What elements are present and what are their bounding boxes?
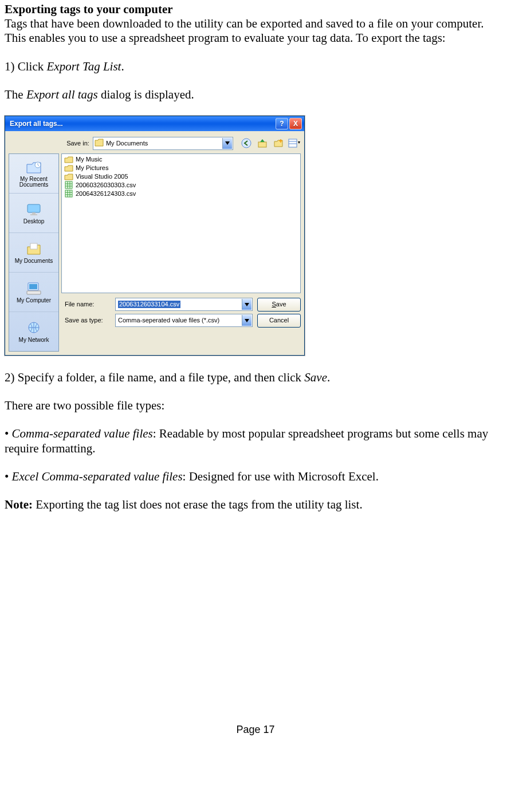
- list-item[interactable]: Visual Studio 2005: [63, 172, 299, 181]
- views-icon[interactable]: [288, 137, 301, 149]
- step-1: 1) Click Export Tag List.: [5, 60, 506, 74]
- cancel-button[interactable]: Cancel: [257, 314, 301, 328]
- save-button[interactable]: Save: [257, 298, 301, 312]
- up-one-level-icon[interactable]: [256, 137, 269, 149]
- list-item[interactable]: 20064326124303.csv: [63, 190, 299, 198]
- network-icon: [25, 320, 43, 336]
- filename-row: File name: 20063126033104.csv Save: [61, 298, 301, 312]
- cancel-button-label: Cancel: [269, 317, 289, 324]
- step-2-em: Save: [304, 370, 327, 384]
- step-2-pre: 2) Specify a folder, a file name, and a …: [5, 370, 304, 384]
- page-num: 17: [264, 724, 275, 735]
- list-item[interactable]: My Music: [63, 155, 299, 164]
- step-1-post: .: [121, 60, 124, 73]
- filetype-label: Save as type:: [61, 317, 111, 324]
- save-button-underline: S: [272, 301, 276, 308]
- step-1-line2-post: dialog is displayed.: [98, 88, 194, 101]
- note-rest: Exporting the tag list does not erase th…: [33, 498, 363, 511]
- file-list[interactable]: My Music My Pictures Visua: [61, 153, 301, 293]
- chevron-down-icon: [222, 138, 232, 149]
- new-folder-icon[interactable]: [272, 137, 285, 149]
- save-button-rest: ave: [276, 301, 286, 308]
- svg-rect-7: [32, 212, 36, 214]
- type-b: • Excel Comma-separated value files: Des…: [5, 470, 506, 484]
- mydocs-icon: [25, 241, 43, 257]
- type-b-desc: : Designed for use with Microsoft Excel.: [183, 470, 379, 483]
- list-item[interactable]: 20060326030303.csv: [63, 181, 299, 190]
- type-a-em: Comma-separated value files: [12, 427, 153, 440]
- step-1-em: Export Tag List: [47, 60, 121, 73]
- section-heading: Exporting tags to your computer: [5, 2, 506, 17]
- place-mynetwork[interactable]: My Network: [9, 312, 58, 351]
- file-name: My Music: [76, 156, 102, 163]
- bottom-rows: File name: 20063126033104.csv Save: [61, 295, 301, 328]
- csv-file-icon: [64, 190, 73, 198]
- step-1-line2-pre: The: [5, 88, 26, 101]
- page-label: Page: [236, 724, 263, 735]
- note-bold: Note:: [5, 498, 33, 511]
- folder-icon: [95, 139, 104, 148]
- place-desktop[interactable]: Desktop: [9, 194, 58, 233]
- filename-label: File name:: [61, 301, 111, 308]
- save-in-value: My Documents: [106, 140, 148, 147]
- svg-rect-8: [30, 214, 37, 215]
- filetype-select[interactable]: Comma-seperated value files (*.csv): [115, 314, 253, 327]
- place-mycomputer-label: My Computer: [17, 298, 51, 303]
- folder-icon: [64, 172, 73, 180]
- list-item[interactable]: My Pictures: [63, 164, 299, 172]
- back-icon[interactable]: [240, 137, 253, 149]
- dialog-title: Export all tags...: [7, 120, 274, 127]
- chevron-down-icon: [242, 315, 251, 326]
- help-icon: ?: [280, 120, 284, 127]
- svg-rect-9: [30, 243, 37, 249]
- help-button[interactable]: ?: [276, 118, 288, 129]
- filename-input[interactable]: 20063126033104.csv: [115, 298, 253, 311]
- toolbar-icons: [240, 137, 301, 149]
- note-line: Note: Exporting the tag list does not er…: [5, 498, 506, 512]
- export-dialog: Export all tags... ? X Save in: My Docum…: [5, 116, 305, 356]
- svg-rect-12: [27, 291, 41, 294]
- svg-rect-11: [29, 284, 37, 289]
- svg-rect-2: [289, 139, 297, 147]
- titlebar: Export all tags... ? X: [5, 116, 304, 131]
- svg-rect-1: [258, 142, 266, 147]
- place-mydocs[interactable]: My Documents: [9, 233, 58, 273]
- computer-icon: [25, 281, 43, 297]
- places-bar: My Recent Documents Desktop My Documents: [9, 153, 59, 352]
- filetype-value: Comma-seperated value files (*.csv): [118, 317, 219, 324]
- intro-paragraph: Tags that have been downloaded to the ut…: [5, 17, 506, 45]
- document-page: Exporting tags to your computer Tags tha…: [0, 0, 511, 754]
- type-a: • Comma-separated value files: Readable …: [5, 427, 506, 455]
- place-mydocs-label: My Documents: [15, 258, 53, 264]
- file-name: Visual Studio 2005: [76, 174, 128, 180]
- save-in-combo[interactable]: My Documents: [93, 137, 233, 150]
- step-2-post: .: [327, 370, 330, 384]
- svg-rect-14: [65, 182, 72, 188]
- file-name: 20064326124303.csv: [76, 191, 136, 197]
- place-recent[interactable]: My Recent Documents: [9, 154, 58, 194]
- folder-icon: [64, 155, 73, 163]
- step-1-line2: The Export all tags dialog is displayed.: [5, 88, 506, 102]
- folder-icon: [64, 164, 73, 172]
- place-mycomputer[interactable]: My Computer: [9, 273, 58, 312]
- step-1-line2-em: Export all tags: [26, 88, 98, 101]
- file-name: 20060326030303.csv: [76, 182, 136, 188]
- svg-point-0: [242, 139, 251, 148]
- recent-icon: [25, 159, 43, 175]
- close-button[interactable]: X: [289, 118, 302, 129]
- save-in-label: Save in:: [61, 140, 89, 147]
- svg-rect-19: [65, 190, 72, 197]
- main-area: My Recent Documents Desktop My Documents: [9, 153, 301, 352]
- desktop-icon: [25, 202, 43, 218]
- page-number: Page 17: [5, 724, 506, 736]
- save-in-row: Save in: My Documents: [61, 137, 301, 150]
- types-intro: There are two possible file types:: [5, 399, 506, 413]
- chevron-down-icon: [242, 299, 251, 310]
- csv-file-icon: [64, 181, 73, 189]
- svg-rect-6: [27, 204, 40, 212]
- close-icon: X: [293, 120, 298, 127]
- step-2: 2) Specify a folder, a file name, and a …: [5, 370, 506, 385]
- file-name: My Pictures: [76, 165, 108, 171]
- place-recent-label: My Recent Documents: [10, 176, 57, 188]
- step-1-pre: 1) Click: [5, 60, 47, 73]
